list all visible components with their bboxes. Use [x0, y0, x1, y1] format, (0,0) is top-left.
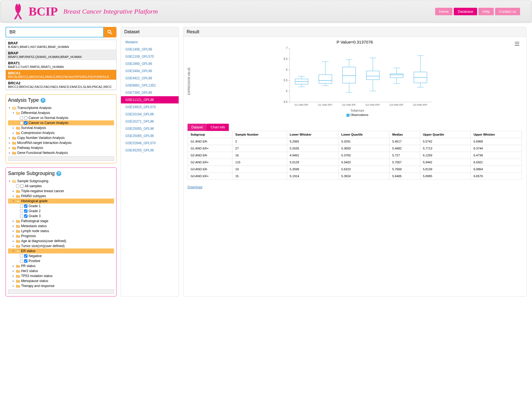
help-icon[interactable]: ? [40, 98, 45, 103]
tree-node[interactable]: ▸PAM50 subtypes [8, 194, 114, 199]
dataset-item[interactable]: GSE11121_GPL96 [121, 96, 179, 103]
dataset-item[interactable]: GSE25055_GPL96 [121, 125, 179, 132]
checkbox[interactable] [24, 209, 27, 213]
tree-node[interactable]: ▸Coexpression Analysis [8, 130, 114, 135]
tree-node[interactable]: Positive [8, 258, 114, 263]
toggle-icon[interactable]: ▾ [12, 250, 15, 253]
download-link[interactable]: Download [188, 185, 202, 189]
dataset-item[interactable]: GSE1456_GPL96 [121, 46, 179, 53]
nav-contact-us[interactable]: Contact us [495, 8, 520, 15]
autocomplete-item[interactable]: BRAT1BAAT1,C7orf27,RMFSL,BRAT1_HUMAN [6, 60, 116, 70]
toggle-icon[interactable] [12, 185, 15, 188]
checkbox[interactable] [24, 116, 27, 120]
tab-dataset[interactable]: Dataset [188, 124, 207, 131]
nav-database[interactable]: Database [454, 8, 477, 15]
dataset-item[interactable]: GSE25065_GPL96 [121, 132, 179, 139]
tree-node[interactable]: ▸Survival Analysis [8, 125, 114, 130]
tree-node[interactable]: ▸Tumor size(cm)(user defined) [8, 243, 114, 248]
tree-node[interactable]: ▸Menopause status [8, 278, 114, 283]
toggle-icon[interactable]: ▾ [12, 200, 15, 203]
toggle-icon[interactable]: ▸ [12, 190, 15, 193]
dataset-item[interactable]: GSE19615_GPL570 [121, 103, 179, 111]
dataset-item[interactable]: GSE3494_GPL96 [121, 67, 179, 75]
tree-node[interactable]: ▸Triple-negative breast cancer [8, 189, 114, 194]
dataset-item[interactable]: GSE32646_GPL570 [121, 139, 179, 147]
dataset-item[interactable]: GSE6861_GPL1352 [121, 82, 179, 89]
autocomplete-item[interactable]: BRCA2BRCC2,BROVCA2,FACD,FAD,FAD1,FANCD,F… [6, 80, 116, 90]
toggle-icon[interactable]: ▸ [12, 245, 15, 248]
toggle-icon[interactable] [16, 215, 19, 218]
tree-node[interactable]: Negative [8, 253, 114, 258]
nav-help[interactable]: Help [478, 8, 494, 15]
toggle-icon[interactable] [16, 205, 19, 208]
toggle-icon[interactable]: ▸ [12, 285, 15, 288]
toggle-icon[interactable]: ▸ [8, 146, 11, 149]
toggle-icon[interactable]: ▸ [8, 141, 11, 144]
tree-node[interactable]: All samples [8, 184, 114, 189]
tree-node[interactable]: ▸Lymph node status [8, 229, 114, 234]
checkbox[interactable] [24, 204, 27, 208]
tree-node[interactable]: ▸Prognosis [8, 234, 114, 238]
tree-node[interactable]: Grade 3 [8, 214, 114, 219]
autocomplete-item[interactable]: BRCA1BRCAI,BRCC1,BROVCA1,FANCS,IRIS,PNCA… [6, 70, 116, 80]
help-icon[interactable]: ? [56, 171, 61, 176]
dataset-item[interactable]: GSE2109_GPL570 [121, 53, 179, 60]
tree-node[interactable]: ▾Sample Subgrouping [8, 179, 114, 184]
toggle-icon[interactable]: ▸ [12, 265, 15, 268]
toggle-icon[interactable]: ▸ [12, 270, 15, 273]
tree-node[interactable]: ▸PR status [8, 263, 114, 268]
checkbox[interactable] [24, 121, 27, 125]
toggle-icon[interactable]: ▸ [12, 126, 15, 130]
dataset-item[interactable]: GSE20271_GPL96 [121, 118, 179, 125]
tree-node[interactable]: ▸Pathological stage [8, 219, 114, 224]
toggle-icon[interactable]: ▸ [12, 195, 15, 198]
toggle-icon[interactable] [16, 210, 19, 213]
tree-node[interactable]: ▸Copy Number Variation Analysis [8, 135, 114, 140]
tree-node[interactable]: ▸Gene Functional Network Analysis [8, 150, 114, 155]
dataset-item[interactable]: GSE2990_GPL96 [121, 60, 179, 67]
tree-node[interactable]: ▸TP53 mutation status [8, 273, 114, 278]
tree-node[interactable]: ▾Histological grade [8, 199, 114, 204]
toggle-icon[interactable]: ▸ [12, 240, 15, 243]
scrollbar[interactable] [8, 156, 114, 161]
toggle-icon[interactable] [16, 116, 19, 120]
toggle-icon[interactable]: ▸ [12, 275, 15, 278]
tree-node[interactable]: ▸Therapy and response [8, 283, 114, 288]
checkbox[interactable] [24, 214, 27, 218]
dataset-item[interactable]: GSE7390_GPL96 [121, 89, 179, 96]
toggle-icon[interactable]: ▾ [12, 111, 15, 115]
tree-node[interactable]: ▸Age at diagnosis(user defined) [8, 238, 114, 243]
toggle-icon[interactable]: ▸ [12, 225, 15, 228]
dataset-item[interactable]: GSE4922_GPL96 [121, 75, 179, 82]
toggle-icon[interactable] [16, 255, 19, 258]
tree-node[interactable]: Grade 2 [8, 209, 114, 214]
tree-node[interactable]: ▾Transcriptome Analysis [8, 105, 114, 110]
toggle-icon[interactable]: ▸ [12, 230, 15, 233]
tree-node[interactable]: Cancer vs Normal Analysis [8, 115, 114, 120]
autocomplete-item[interactable]: BRAPBRAP2,IMP,RNF52,Q59H81_HUMAN,BRAP_HU… [6, 50, 116, 60]
toggle-icon[interactable]: ▸ [8, 151, 11, 154]
toggle-icon[interactable]: ▾ [8, 180, 11, 183]
tree-node[interactable]: Cancer vs Cancer Analysis [8, 120, 114, 125]
nav-home[interactable]: Home [435, 8, 453, 15]
toggle-icon[interactable]: ▸ [12, 235, 15, 238]
tree-node[interactable]: ▸Her2 status [8, 268, 114, 273]
checkbox[interactable] [20, 184, 24, 188]
dataset-item[interactable]: Metabric [121, 39, 179, 46]
tree-node[interactable]: ▸Metastasis status [8, 224, 114, 229]
dataset-item[interactable]: GSE45255_GPL96 [121, 147, 179, 154]
autocomplete-item[interactable]: BRAFB-RAF1,BRAF1,NS7,RAFB1,BRAF_HUMAN [6, 40, 116, 50]
toggle-icon[interactable]: ▸ [12, 131, 15, 134]
toggle-icon[interactable]: ▸ [12, 220, 15, 223]
checkbox[interactable] [24, 259, 27, 263]
scrollbar[interactable] [8, 290, 114, 294]
toggle-icon[interactable]: ▸ [8, 136, 11, 139]
tree-node[interactable]: ▸MicroRNA-target Interaction Analysis [8, 140, 114, 145]
tree-node[interactable]: ▾Differential Analysis [8, 110, 114, 115]
toggle-icon[interactable] [16, 260, 19, 263]
tree-node[interactable]: Grade 1 [8, 204, 114, 209]
tab-chart-info[interactable]: Chart info [207, 124, 229, 131]
tree-node[interactable]: ▸Pathway Analysis [8, 145, 114, 150]
dataset-item[interactable]: GSE20194_GPL96 [121, 111, 179, 118]
search-button[interactable] [104, 27, 116, 37]
